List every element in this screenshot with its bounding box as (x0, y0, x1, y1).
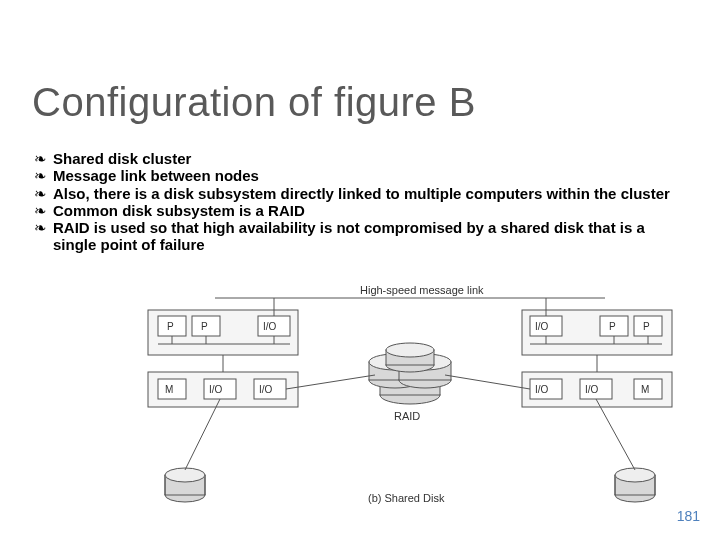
bullet-glyph: ❧ (34, 167, 47, 184)
module-label: P (201, 321, 208, 332)
bullet-item: ❧ RAID is used so that high availability… (34, 219, 686, 254)
svg-line-41 (286, 375, 375, 389)
bullet-text: Also, there is a disk subsystem directly… (53, 185, 686, 202)
bullet-item: ❧ Common disk subsystem is a RAID (34, 202, 686, 219)
module-label: M (641, 384, 649, 395)
bullet-item: ❧ Message link between nodes (34, 167, 686, 184)
bullet-text: Shared disk cluster (53, 150, 686, 167)
bullet-text: Common disk subsystem is a RAID (53, 202, 686, 219)
bullet-glyph: ❧ (34, 219, 47, 236)
module-label: I/O (535, 384, 549, 395)
module-label: I/O (585, 384, 599, 395)
disk-icon (165, 468, 205, 502)
module-label: P (167, 321, 174, 332)
svg-point-53 (615, 468, 655, 482)
raid-icon (369, 343, 451, 404)
svg-point-47 (165, 468, 205, 482)
raid-label: RAID (394, 410, 420, 422)
module-label: I/O (535, 321, 549, 332)
bullet-item: ❧ Also, there is a disk subsystem direct… (34, 185, 686, 202)
bullet-text: Message link between nodes (53, 167, 686, 184)
shared-disk-diagram: High-speed message link P P I/O M I/O I/… (130, 280, 690, 520)
page-number: 181 (677, 508, 700, 524)
module-label: I/O (263, 321, 277, 332)
module-label: M (165, 384, 173, 395)
slide-title: Configuration of figure B (32, 80, 476, 125)
svg-line-54 (596, 399, 635, 470)
bullet-glyph: ❧ (34, 150, 47, 167)
svg-point-40 (386, 343, 434, 357)
module-label: I/O (209, 384, 223, 395)
module-label: P (609, 321, 616, 332)
svg-line-48 (185, 399, 220, 470)
bullet-glyph: ❧ (34, 185, 47, 202)
svg-line-42 (445, 375, 530, 389)
link-label: High-speed message link (360, 284, 484, 296)
bullet-glyph: ❧ (34, 202, 47, 219)
bullet-list: ❧ Shared disk cluster ❧ Message link bet… (34, 150, 686, 254)
module-label: P (643, 321, 650, 332)
module-label: I/O (259, 384, 273, 395)
disk-icon (615, 468, 655, 502)
bullet-text: RAID is used so that high availability i… (53, 219, 686, 254)
diagram-caption: (b) Shared Disk (368, 492, 445, 504)
bullet-item: ❧ Shared disk cluster (34, 150, 686, 167)
